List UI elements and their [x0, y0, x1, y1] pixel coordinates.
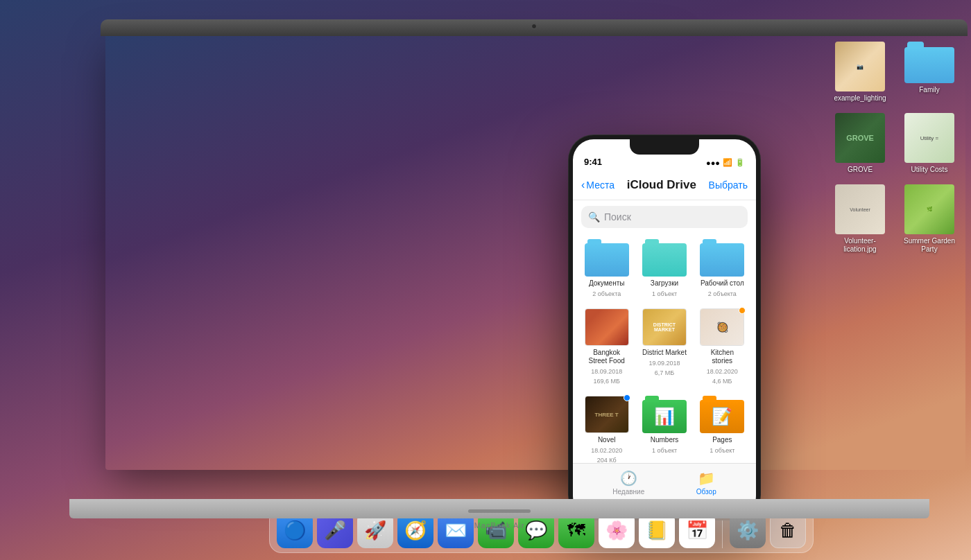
iphone-folder-desktop[interactable]: Рабочий стол 2 объекта — [697, 239, 748, 297]
grove-thumbnail: GROVE — [835, 113, 885, 163]
volunteer-label: Volunteer-lication.jpg — [843, 237, 876, 254]
iphone-novel-container: THREE T — [585, 396, 629, 433]
iphone-desktop-label: Рабочий стол — [701, 279, 744, 288]
iphone-file-novel[interactable]: THREE T Novel 18.02.2020 204 Кб — [581, 396, 632, 463]
messages-dock-icon: 💬 — [525, 520, 547, 541]
garden-label: Summer GardenParty — [904, 237, 955, 254]
laptop-bottom-bezel: MacBook Air — [69, 499, 929, 518]
iphone-documents-label: Документы — [589, 279, 625, 288]
desktop-row-3: Volunteer Volunteer-lication.jpg 🌿 Summe… — [832, 184, 957, 254]
iphone-desktop-count: 2 объекта — [708, 290, 737, 297]
laptop-camera — [531, 24, 537, 29]
iphone-wifi-icon: 📶 — [723, 158, 732, 167]
iphone-frame: 9:41 ●●● 📶 🔋 ‹ Места iCloud Drive Выбрат… — [569, 135, 760, 520]
iphone-folders-grid: Документы 2 объекта Загрузки 1 объект — [581, 239, 748, 297]
iphone-folder-numbers[interactable]: 📊 Numbers 1 объект — [639, 396, 689, 463]
utility-thumbnail: Utility = — [904, 113, 954, 163]
novel-sync-dot — [624, 394, 630, 401]
maps-dock-icon: 🗺 — [567, 520, 585, 541]
desktop-icon-volunteer[interactable]: Volunteer Volunteer-lication.jpg — [832, 184, 888, 254]
desktop-row-1: 📷 example_lighting Family — [832, 42, 957, 102]
iphone-pages-count: 1 объект — [710, 447, 734, 454]
iphone-bangkok-name: BangkokStreet Food — [589, 349, 625, 365]
finder-dock-icon: 🔵 — [284, 520, 306, 541]
volunteer-thumbnail: Volunteer — [835, 184, 885, 234]
iphone-district-size: 6,7 МБ — [655, 369, 674, 376]
garden-thumbnail: 🌿 — [904, 184, 954, 234]
iphone-file-kitchen[interactable]: 🥘 Kitchenstories 18.02.2020 4,6 МБ — [697, 308, 748, 385]
recent-tab-icon: 🕐 — [620, 470, 637, 487]
desktop-icon-grove[interactable]: GROVE GROVE — [832, 113, 888, 173]
laptop-hinge — [468, 509, 531, 513]
iphone-folder-documents[interactable]: Документы 2 объекта — [581, 239, 632, 297]
iphone-files-grid-1: BangkokStreet Food 18.09.2018 169,6 МБ D… — [581, 308, 748, 385]
iphone-tab-browse[interactable]: 📁 Обзор — [696, 470, 716, 496]
iphone-bangkok-thumb — [585, 308, 629, 346]
iphone-title: iCloud Drive — [615, 178, 709, 192]
desktop-icon-utility[interactable]: Utility = Utility Costs — [902, 113, 957, 173]
iphone-screen: 9:41 ●●● 📶 🔋 ‹ Места iCloud Drive Выбрат… — [573, 139, 756, 516]
iphone-kitchen-container: 🥘 — [700, 308, 744, 346]
kitchen-sync-dot — [739, 307, 746, 314]
iphone-status-icons: ●●● 📶 🔋 — [706, 152, 745, 167]
recent-tab-label: Недавние — [612, 488, 644, 496]
iphone-downloads-count: 1 объект — [652, 290, 677, 297]
back-chevron-icon: ‹ — [581, 179, 585, 191]
iphone-signal-icon: ●●● — [706, 159, 720, 167]
iphone-search-bar[interactable]: 🔍 Поиск — [581, 206, 748, 228]
iphone-battery-icon: 🔋 — [735, 158, 745, 167]
laptop-brand-label: MacBook Air — [474, 521, 525, 530]
iphone-files-grid-2: THREE T Novel 18.02.2020 204 Кб 📊 Number… — [581, 396, 748, 463]
iphone-novel-name: Novel — [598, 436, 616, 444]
contacts-dock-icon: 📒 — [646, 520, 668, 541]
siri-dock-icon: 🎤 — [324, 520, 346, 541]
desktop-icon-lighting[interactable]: 📷 example_lighting — [832, 42, 888, 102]
iphone-tab-recent[interactable]: 🕐 Недавние — [612, 470, 644, 496]
iphone-select-button[interactable]: Выбрать — [709, 180, 748, 191]
iphone-desktop-folder — [700, 239, 744, 277]
utility-label: Utility Costs — [911, 166, 948, 173]
iphone-bottom-bar: 🕐 Недавние 📁 Обзор — [573, 463, 756, 502]
photos-dock-icon: 🌸 — [605, 520, 628, 541]
iphone-folder-pages[interactable]: 📝 Pages 1 объект — [697, 396, 748, 463]
browse-tab-label: Обзор — [696, 488, 716, 496]
iphone-kitchen-thumb: 🥘 — [700, 308, 744, 346]
iphone-documents-count: 2 объекта — [592, 290, 621, 297]
iphone-numbers-count: 1 объект — [652, 447, 677, 454]
grove-label: GROVE — [848, 166, 873, 173]
iphone-search-placeholder: Поиск — [604, 211, 631, 222]
iphone-downloads-label: Загрузки — [651, 279, 678, 288]
iphone-file-district[interactable]: DISTRICTMARKET District Market 19.09.201… — [639, 308, 689, 385]
desktop-icons-area: 📷 example_lighting Family GROVE GROVE Ut… — [832, 42, 957, 254]
iphone-numbers-label: Numbers — [651, 436, 679, 444]
dock-separator — [722, 520, 723, 548]
desktop-icon-garden[interactable]: 🌿 Summer GardenParty — [902, 184, 957, 254]
iphone-kitchen-size: 4,6 МБ — [712, 378, 732, 385]
safari-dock-icon: 🧭 — [404, 520, 427, 541]
iphone-search-icon: 🔍 — [588, 211, 600, 222]
laptop-top-bezel — [101, 19, 968, 36]
iphone-numbers-folder: 📊 — [642, 396, 687, 433]
family-folder-label: Family — [919, 86, 939, 94]
lighting-thumbnail: 📷 — [835, 42, 885, 91]
mail-dock-icon: ✉️ — [445, 520, 467, 541]
family-folder-icon — [904, 42, 954, 83]
browse-tab-icon: 📁 — [698, 470, 715, 487]
iphone-pages-label: Pages — [712, 436, 732, 444]
desktop-row-2: GROVE GROVE Utility = Utility Costs — [832, 113, 957, 173]
launchpad-dock-icon: 🚀 — [364, 520, 386, 541]
iphone-district-thumb: DISTRICTMARKET — [642, 308, 687, 346]
desktop-icon-family-folder[interactable]: Family — [902, 42, 957, 94]
iphone-content: Документы 2 объекта Загрузки 1 объект — [573, 234, 756, 463]
back-label: Места — [586, 180, 615, 191]
iphone-downloads-folder — [642, 239, 687, 277]
iphone-folder-downloads[interactable]: Загрузки 1 объект — [639, 239, 689, 297]
iphone-bangkok-size: 169,6 МБ — [593, 378, 619, 385]
iphone-file-bangkok[interactable]: BangkokStreet Food 18.09.2018 169,6 МБ — [581, 308, 632, 385]
lighting-label: example_lighting — [834, 94, 886, 102]
iphone-district-name: District Market — [642, 349, 687, 357]
trash-icon: 🗑 — [779, 520, 797, 541]
iphone-back-button[interactable]: ‹ Места — [581, 179, 615, 191]
iphone-novel-date: 18.02.2020 — [591, 447, 622, 454]
iphone-documents-folder — [585, 239, 629, 277]
